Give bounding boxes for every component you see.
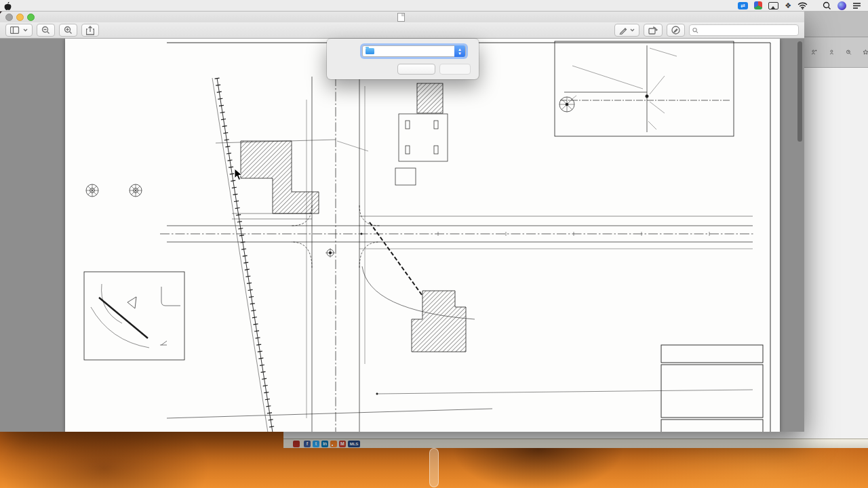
- siri-menu-icon[interactable]: [837, 1, 846, 10]
- background-window-toolbar: [804, 37, 868, 68]
- background-window-title: [804, 12, 868, 37]
- rotate-button[interactable]: [644, 24, 663, 37]
- folder-icon: [366, 48, 374, 54]
- close-button[interactable]: [5, 14, 13, 21]
- zoom-in-button[interactable]: [59, 24, 77, 37]
- search-field[interactable]: [689, 24, 799, 36]
- cancel-button[interactable]: [397, 64, 435, 75]
- window-title-area: [0, 12, 804, 22]
- linkedin-icon[interactable]: in: [321, 441, 328, 447]
- contact-add-icon[interactable]: [811, 47, 817, 58]
- move-button[interactable]: [439, 64, 471, 75]
- location-dropdown[interactable]: ▲▼: [362, 45, 466, 57]
- connectmls-statusbar: f t in M MLS: [283, 439, 868, 448]
- vertical-scrollbar[interactable]: [797, 41, 802, 142]
- window-titlebar[interactable]: [0, 12, 804, 22]
- pdf-content-area: [0, 39, 804, 432]
- minimize-button[interactable]: [16, 14, 24, 21]
- pdf-page: [65, 39, 780, 432]
- mred-icon: [293, 441, 300, 447]
- teamviewer-menu-icon[interactable]: ⇄: [738, 2, 748, 9]
- window-toolbar: [0, 22, 804, 39]
- menu-bar: ⇄ ❖: [0, 0, 868, 12]
- fan-control-icon[interactable]: ❖: [785, 1, 791, 10]
- search-input[interactable]: [701, 26, 795, 35]
- menu-status-area: ⇄ ❖: [738, 1, 868, 10]
- share-button[interactable]: [81, 24, 99, 37]
- twitter-icon[interactable]: t: [313, 441, 319, 447]
- app-menu-icon[interactable]: [754, 1, 762, 9]
- mls-logo-icon[interactable]: MLS: [348, 441, 360, 447]
- zoom-out-button[interactable]: [37, 24, 55, 37]
- zoom-button[interactable]: [27, 14, 35, 21]
- search-history-icon[interactable]: [846, 47, 852, 58]
- rss-icon[interactable]: [330, 441, 337, 447]
- survey-drawing: [65, 39, 780, 432]
- search-icon: [692, 27, 698, 34]
- traffic-lights: [0, 14, 35, 21]
- notification-center-icon[interactable]: [852, 1, 861, 10]
- apple-menu-icon[interactable]: [0, 1, 15, 10]
- contact-icon[interactable]: [829, 47, 835, 58]
- markup-pen-button[interactable]: [614, 24, 639, 37]
- preview-window: ▲▼: [0, 12, 804, 432]
- screen: f t in M MLS ⇄ ❖: [0, 0, 868, 488]
- move-dialog: ▲▼: [327, 39, 479, 79]
- star-icon[interactable]: [863, 47, 868, 58]
- facebook-icon[interactable]: f: [304, 441, 311, 447]
- dropdown-stepper-icon: ▲▼: [454, 45, 465, 57]
- document-icon: [397, 13, 405, 22]
- spotlight-icon[interactable]: [823, 1, 831, 10]
- dock: [429, 448, 439, 487]
- mred-m-icon[interactable]: M: [339, 441, 346, 447]
- mouse-cursor: [234, 168, 243, 184]
- wifi-icon[interactable]: [797, 1, 808, 10]
- airplay-display-icon[interactable]: [768, 2, 778, 9]
- sidebar-toggle-button[interactable]: [5, 24, 33, 37]
- markup-toolbar-button[interactable]: [667, 24, 685, 37]
